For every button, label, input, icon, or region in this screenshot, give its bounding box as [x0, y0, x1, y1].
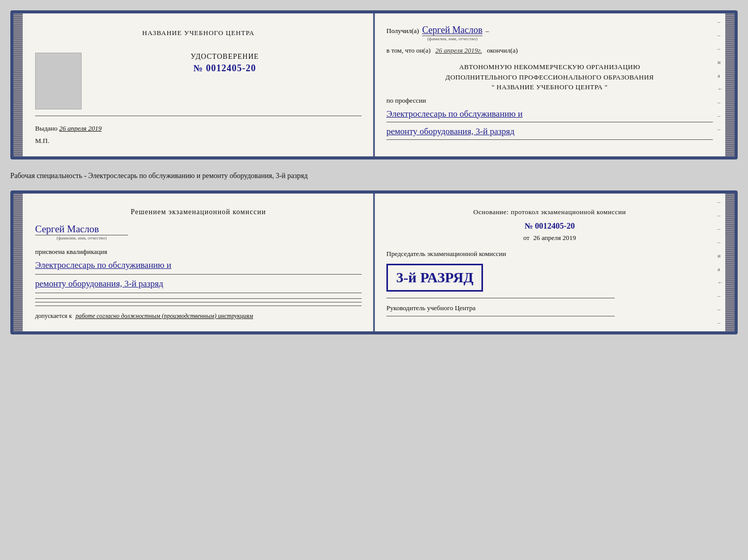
between-label: Рабочая специальность - Электрослесарь п… — [10, 169, 738, 181]
org-block: АВТОНОМНУЮ НЕКОММЕРЧЕСКУЮ ОРГАНИЗАЦИЮ ДО… — [386, 62, 713, 92]
right-spine-top — [725, 13, 735, 156]
sig-line-3 — [35, 306, 362, 306]
cert-issued-block: Выдано 26 апреля 2019 — [35, 124, 362, 133]
prof-value: Электрослесарь по обслуживанию и — [386, 109, 523, 119]
decision-name-block: Сергей Маслов (фамилия, имя, отчество) — [35, 223, 128, 241]
allowed-prefix: допускается к — [35, 312, 72, 319]
top-certificate-card: НАЗВАНИЕ УЧЕБНОГО ЦЕНТРА УДОСТОВЕРЕНИЕ №… — [10, 10, 738, 159]
org-line1: АВТОНОМНУЮ НЕКОММЕРЧЕСКУЮ ОРГАНИЗАЦИЮ — [386, 62, 713, 72]
decision-name: Сергей Маслов — [35, 223, 99, 235]
top-card-right: Получил(а) Сергей Маслов (фамилия, имя, … — [374, 13, 725, 156]
center-title: НАЗВАНИЕ УЧЕБНОГО ЦЕНТРА — [35, 29, 362, 37]
protocol-date-value: 26 апреля 2019 — [533, 234, 576, 242]
cert-center-block: УДОСТОВЕРЕНИЕ № 0012405-20 — [35, 53, 362, 109]
allowed-block: допускается к работе согласно должностны… — [35, 312, 362, 320]
name-subtitle-top: (фамилия, имя, отчество) — [422, 36, 482, 41]
stamp-text-large: 3-й РАЗРЯД — [396, 269, 473, 286]
bottom-sig-lines — [35, 298, 362, 306]
bottom-card-left: Решением экзаменационной комиссии Сергей… — [23, 194, 374, 331]
org-line2: ДОПОЛНИТЕЛЬНОГО ПРОФЕССИОНАЛЬНОГО ОБРАЗО… — [386, 72, 713, 83]
bottom-certificate-card: Решением экзаменационной комиссии Сергей… — [10, 190, 738, 334]
received-prefix: Получил(а) — [386, 27, 419, 35]
in-that-prefix: в том, что он(а) — [386, 46, 431, 54]
issued-label: Выдано — [35, 124, 57, 132]
right-spine-bottom — [725, 194, 735, 331]
assigned-value2: ремонту оборудования, 3-й разряд — [35, 279, 163, 289]
bottom-card-right: Основание: протокол экзаменационной коми… — [374, 194, 725, 331]
decision-title: Решением экзаменационной комиссии — [35, 208, 362, 216]
right-dashes-top: – – – и а ← – – – — [718, 19, 723, 132]
photo-placeholder — [35, 53, 82, 109]
received-name: Сергей Маслов — [422, 25, 482, 36]
org-line3: " НАЗВАНИЕ УЧЕБНОГО ЦЕНТРА " — [386, 82, 713, 92]
protocol-date-prefix: от — [523, 234, 529, 242]
received-row: Получил(а) Сергей Маслов (фамилия, имя, … — [386, 25, 713, 41]
top-card-left: НАЗВАНИЕ УЧЕБНОГО ЦЕНТРА УДОСТОВЕРЕНИЕ №… — [23, 13, 374, 156]
mp-label: М.П. — [35, 137, 362, 145]
stamp-box: 3-й РАЗРЯД — [386, 264, 483, 292]
protocol-number: № 0012405-20 — [386, 221, 713, 231]
assigned-value: Электрослесарь по обслуживанию и — [35, 260, 172, 270]
right-dashes-bottom: – – – – и а ← – – – — [718, 199, 723, 326]
cert-number: № 0012405-20 — [193, 63, 256, 74]
cert-label: УДОСТОВЕРЕНИЕ — [191, 53, 259, 61]
assigned-label: присвоена квалификация — [35, 248, 362, 256]
rukovoditel-sig-line — [386, 316, 615, 316]
left-spine-top — [13, 13, 23, 156]
issued-date: 26 апреля 2019 — [59, 124, 102, 132]
in-that-date: 26 апреля 2019г. — [435, 46, 482, 54]
name-subtitle-bottom: (фамилия, имя, отчество) — [35, 235, 128, 241]
protocol-date: от 26 апреля 2019 — [386, 234, 713, 242]
prof-label: по профессии — [386, 97, 713, 105]
rukovoditel-label: Руководитель учебного Центра — [386, 303, 713, 313]
allowed-value: работе согласно должностным (производств… — [75, 312, 253, 319]
basis-title: Основание: протокол экзаменационной коми… — [386, 208, 713, 216]
cert-divider-line — [35, 116, 362, 116]
in-that-row: в том, что он(а) 26 апреля 2019г. окончи… — [386, 46, 713, 55]
cert-number-block: УДОСТОВЕРЕНИЕ № 0012405-20 — [88, 53, 362, 74]
chairman-label: Председатель экзаменационной комиссии — [386, 249, 713, 259]
prof-value2: ремонту оборудования, 3-й разряд — [386, 126, 515, 136]
sig-line-1 — [35, 298, 362, 299]
okончil: окончил(а) — [487, 46, 518, 54]
sig-line-2 — [35, 302, 362, 302]
chairman-sig-line — [386, 298, 615, 298]
dash-separator: – — [486, 27, 489, 35]
left-spine-bottom — [13, 194, 23, 331]
